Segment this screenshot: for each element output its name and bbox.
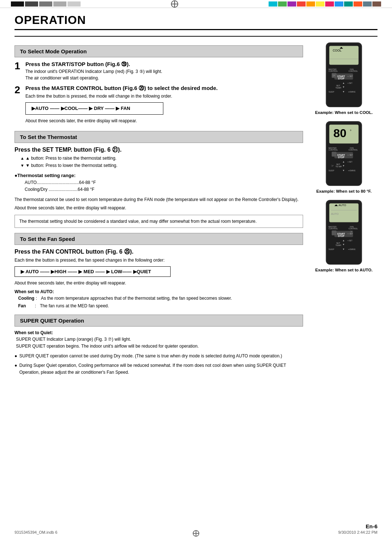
remote-3-label: Example: When set to AUTO. [315,268,373,272]
fan-flow-diagram: ▶ AUTO —— ▶HIGH —— ▶ MED —— ▶ LOW—— ▶QUI… [15,266,171,277]
mode-note: About three seconds later, the entire di… [25,118,303,124]
step-1-line1: The indoor unit's OPERATION Indicator La… [25,68,303,75]
remote-2-container: 80 ° MASTER CONTROL FAN CONTROL START ST… [310,120,377,193]
svg-text:▼: ▼ [342,248,345,250]
when-set-auto-label: When set to AUTO: [15,289,303,294]
svg-text:⇨SET: ⇨SET [347,240,352,242]
page-number: En-6 [366,523,377,529]
super-quiet-bullet2: ● During Super Quiet operation, Cooling … [15,362,303,376]
svg-rect-62 [332,230,336,235]
mode-flow-diagram: ▶AUTO —— ▶COOL—— ▶ DRY —— ▶ FAN [25,102,163,115]
section-fan-speed: To Set the Fan Speed Press the FAN CONTR… [15,233,303,310]
svg-text:▼: ▼ [342,169,345,172]
down-button-desc: ▼ ▼ button: Press to lower the thermosta… [20,162,303,169]
svg-text:▲: ▲ [342,160,345,163]
svg-text:TEMP.: TEMP. [335,87,342,89]
section-super-quiet: SUPER QUIET Operation When set to Quiet:… [15,315,303,376]
fan-mode-note: The thermostat cannot be used to set roo… [15,196,303,203]
fan-flow-med: ▶ MED —— [78,269,105,274]
mode-flow-fan: ▶ FAN [116,105,130,112]
thermostat-press-title: Press the SET TEMP. button (Fig. 6 ㉑). [15,147,303,153]
svg-text:☞: ☞ [332,74,335,77]
cooling-text: As the room temperature approaches that … [41,295,232,302]
fan-press-title: Press the FAN CONTROL button (Fig. 6 ㉕). [15,249,303,255]
svg-text:SLEEP: SLEEP [328,249,334,250]
step-1-number: 1 [15,61,23,71]
three-sec-note-thermostat: About three seconds later, the entire di… [15,205,303,211]
svg-text:STOP: STOP [338,235,344,237]
footer-right: 9/30/2010 2:44:22 PM [338,530,377,534]
up-button-desc: ▲ ▲ button: Press to raise the thermosta… [20,155,303,162]
svg-text:CONTROL: CONTROL [328,149,338,151]
fan-label: Fan [18,303,33,310]
remote-1-container: COOL MASTER CONTROL FAN CONTROL START ST… [310,42,377,115]
remote-3-svg: AUTO AUTO MASTER CONTROL FAN CONTROL STA… [316,199,372,266]
super-quiet-header: SUPER QUIET Operation [15,315,303,327]
svg-text:▼: ▼ [342,243,345,246]
svg-text:CONTROL: CONTROL [348,149,358,151]
svg-text:⇔SWING: ⇔SWING [348,249,355,250]
step-1-title: Press the START/STOP button (Fig.6 ㉙). [25,61,303,67]
svg-text:STOP: STOP [338,156,344,159]
super-quiet-line2: SUPER QUIET operation begins. The indoor… [16,343,303,350]
svg-text:TE MP.: TE MP. [335,165,342,168]
step-1-line2: The air conditioner will start operating… [25,75,303,81]
svg-rect-36 [332,152,336,156]
svg-text:⇔SWING: ⇔SWING [348,91,355,93]
thermostat-range: AUTO...................................6… [15,179,303,193]
svg-text:SLEEP: SLEEP [328,91,334,93]
svg-text:⇨ SET: ⇨ SET [347,154,353,156]
fan-flow-auto: ▶ AUTO —— [21,269,49,274]
range-cool: Cooling/Dry ........................64-8… [25,186,303,193]
svg-text:⇨ SET: ⇨ SET [347,75,353,77]
side-column: COOL MASTER CONTROL FAN CONTROL START ST… [310,42,377,376]
section-select-mode: To Select Mode Operation 1 Press the STA… [15,45,303,126]
svg-text:SLEEP: SLEEP [328,170,334,172]
bullet-1-icon: ● [15,353,17,360]
svg-text:AUTO: AUTO [339,204,346,207]
svg-text:⇔SWING: ⇔SWING [348,170,355,172]
remote-2-label: Example: When set to 80 °F. [316,189,371,193]
svg-text:▼: ▼ [342,164,345,167]
svg-text:▲: ▲ [342,82,345,84]
svg-text:STOP: STOP [338,77,344,80]
mode-flow-dry: ▶ DRY —— [89,105,114,112]
step-2: 2 Press the MASTER CONTROL button (Fig.6… [15,85,303,126]
step-2-title: Press the MASTER CONTROL button (Fig.6 ⑳… [25,85,303,92]
mode-flow-cool: ▶COOL—— [61,105,88,112]
arrow-1: —— [50,105,60,112]
fan-text: The fan runs at the MED fan speed. [40,303,109,310]
remote-3-container: AUTO AUTO MASTER CONTROL FAN CONTROL STA… [310,199,377,272]
remote-2-svg: 80 ° MASTER CONTROL FAN CONTROL START ST… [316,120,372,188]
svg-text:▼: ▼ [342,90,345,93]
select-mode-header: To Select Mode Operation [15,45,303,57]
step-2-body: Each time the button is pressed, the mod… [25,93,303,99]
svg-text:▲: ▲ [342,239,345,242]
fan-speed-header: To Set the Fan Speed [15,233,303,245]
mode-flow-auto: ▶AUTO [32,105,49,112]
svg-text:☞: ☞ [331,164,334,168]
svg-text:CONTROL: CONTROL [328,228,338,230]
page-title: OPERATION [15,13,377,30]
svg-text:AUTO: AUTO [331,212,339,216]
when-set-quiet-label: When set to Quiet: [15,330,303,335]
svg-text:CONTROL: CONTROL [328,70,338,72]
fan-flow-low: ▶ LOW—— [106,269,132,274]
thermostat-range-header: ●Thermostat setting range: [15,173,303,178]
step-1: 1 Press the START/STOP button (Fig.6 ㉙).… [15,61,303,81]
bullet-2-icon: ● [15,362,17,376]
svg-text:°: ° [350,129,351,133]
svg-text:COOL: COOL [333,49,342,52]
fan-note: About three seconds later, the entire di… [15,280,303,286]
fan-body: Each time the button is pressed, the fan… [15,257,303,263]
svg-text:TEMP.: TEMP. [335,244,342,246]
super-quiet-line1: SUPER QUIET Indicator Lamp (orange) (Fig… [16,336,303,343]
super-quiet-bullet1: ● SUPER QUIET operation cannot be used d… [15,353,303,360]
svg-text:⇨ SET: ⇨ SET [347,233,353,235]
svg-text:▼: ▼ [342,86,345,88]
svg-text:⇨SET: ⇨SET [347,161,352,163]
section-thermostat: To Set the Thermostat Press the SET TEMP… [15,131,303,228]
svg-text:⇨SET: ⇨SET [347,82,352,84]
svg-text:CONTROL: CONTROL [348,70,358,72]
fan-flow-high: ▶HIGH —— [51,269,77,274]
